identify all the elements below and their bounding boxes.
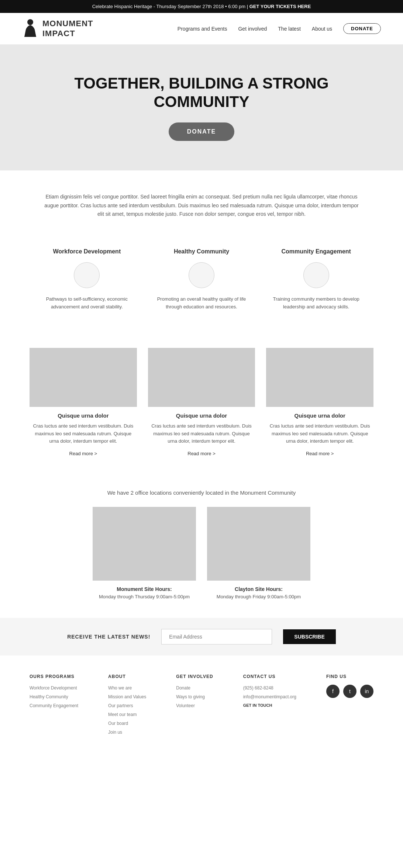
subscribe-button[interactable]: SUBSCRIBE: [283, 629, 335, 644]
social-icons: f t in: [326, 685, 373, 698]
footer: OURS PROGRAMS Workforce Development Heal…: [0, 656, 403, 749]
pillar-workforce: Workforce Development Pathways to self-s…: [30, 248, 144, 311]
pillar-title-0: Workforce Development: [37, 248, 137, 255]
intro-text: Etiam dignissim felis vel congue porttit…: [44, 193, 359, 219]
pillar-title-2: Community Engagement: [266, 248, 366, 255]
main-nav: Programs and Events Get involved The lat…: [178, 23, 381, 34]
banner-text: Celebrate Hispanic Heritage - Thursday S…: [92, 4, 249, 9]
footer-link-partners[interactable]: Our partners: [108, 702, 146, 709]
footer-email: info@monumentimpact.org: [243, 694, 296, 700]
location-image-1: [207, 507, 310, 581]
nav-donate-button[interactable]: DONATE: [343, 23, 381, 34]
location-hours-0: Monday through Thursday 9:00am-5:00pm: [93, 594, 196, 599]
intro-section: Etiam dignissim felis vel congue porttit…: [0, 170, 403, 241]
pillar-icon-0: [74, 262, 100, 288]
footer-heading-contact: CONTACT US: [243, 674, 296, 679]
twitter-icon[interactable]: t: [343, 685, 356, 698]
footer-phone: (925) 682-8248: [243, 685, 296, 691]
nav-about[interactable]: About us: [312, 26, 332, 32]
footer-link-healthy[interactable]: Healthy Community: [30, 694, 78, 700]
footer-link-join[interactable]: Join us: [108, 729, 146, 736]
news-body-0: Cras luctus ante sed interdum vestibulum…: [30, 422, 137, 445]
banner-cta[interactable]: GET YOUR TICKETS HERE: [249, 4, 311, 9]
footer-link-volunteer[interactable]: Volunteer: [176, 702, 213, 709]
news-image-0: [30, 348, 137, 407]
location-title-0: Monument Site Hours:: [93, 586, 196, 592]
newsletter-label: RECEIVE THE LATEST NEWS!: [67, 634, 150, 640]
footer-link-meet-team[interactable]: Meet our team: [108, 711, 146, 718]
logo-icon: [22, 18, 39, 39]
nav-latest[interactable]: The latest: [278, 26, 300, 32]
pillar-desc-1: Promoting an overall healthy quality of …: [152, 295, 252, 311]
footer-col-get-involved: GET INVOLVED Donate Ways to giving Volun…: [176, 674, 213, 738]
location-clayton: Clayton Site Hours: Monday through Frida…: [207, 507, 310, 599]
footer-link-workforce[interactable]: Workforce Development: [30, 685, 78, 691]
facebook-icon[interactable]: f: [326, 685, 340, 698]
pillar-desc-0: Pathways to self-sufficiency, economic a…: [37, 295, 137, 311]
locations-section: We have 2 office locations conveniently …: [0, 471, 403, 618]
locations-grid: Monument Site Hours: Monday through Thur…: [30, 507, 373, 599]
logo-text: MONUMENT IMPACT: [42, 19, 93, 38]
footer-link-ways-giving[interactable]: Ways to giving: [176, 694, 213, 700]
news-title-0: Quisque urna dolor: [30, 412, 137, 419]
news-card-0: Quisque urna dolor Cras luctus ante sed …: [30, 348, 137, 456]
footer-link-mission[interactable]: Mission and Values: [108, 694, 146, 700]
news-title-1: Quisque urna dolor: [148, 412, 255, 419]
footer-col-find-us: FIND US f t in: [326, 674, 373, 738]
pillars-section: Workforce Development Pathways to self-s…: [0, 241, 403, 333]
top-banner: Celebrate Hispanic Heritage - Thursday S…: [0, 0, 403, 13]
footer-heading-about: ABOUT: [108, 674, 146, 679]
email-input[interactable]: [161, 629, 272, 644]
pillar-icon-1: [189, 262, 214, 288]
header: MONUMENT IMPACT Programs and Events Get …: [0, 13, 403, 45]
nav-get-involved[interactable]: Get involved: [238, 26, 267, 32]
footer-heading-get-involved: GET INVOLVED: [176, 674, 213, 679]
news-title-2: Quisque urna dolor: [266, 412, 373, 419]
read-more-2[interactable]: Read more >: [266, 451, 373, 456]
footer-col-about: ABOUT Who we are Mission and Values Our …: [108, 674, 146, 738]
news-card-1: Quisque urna dolor Cras luctus ante sed …: [148, 348, 255, 456]
pillar-title-1: Healthy Community: [152, 248, 252, 255]
news-card-2: Quisque urna dolor Cras luctus ante sed …: [266, 348, 373, 456]
news-body-2: Cras luctus ante sed interdum vestibulum…: [266, 422, 373, 445]
footer-col-contact: CONTACT US (925) 682-8248 info@monumenti…: [243, 674, 296, 738]
news-image-1: [148, 348, 255, 407]
nav-programs[interactable]: Programs and Events: [178, 26, 227, 32]
footer-col-programs: OURS PROGRAMS Workforce Development Heal…: [30, 674, 78, 738]
footer-heading-find-us: FIND US: [326, 674, 373, 679]
hero-donate-button[interactable]: DONATE: [169, 122, 234, 141]
svg-point-0: [27, 19, 33, 25]
footer-link-who-we-are[interactable]: Who we are: [108, 685, 146, 691]
hero-headline: TOGETHER, BUILDING A STRONG COMMUNITY: [72, 74, 331, 111]
read-more-1[interactable]: Read more >: [148, 451, 255, 456]
location-image-0: [93, 507, 196, 581]
instagram-icon[interactable]: in: [360, 685, 373, 698]
pillar-healthy: Healthy Community Promoting an overall h…: [144, 248, 259, 311]
footer-link-board[interactable]: Our board: [108, 720, 146, 727]
news-image-2: [266, 348, 373, 407]
logo[interactable]: MONUMENT IMPACT: [22, 18, 93, 39]
footer-heading-programs: OURS PROGRAMS: [30, 674, 78, 679]
hero-section: TOGETHER, BUILDING A STRONG COMMUNITY DO…: [0, 45, 403, 170]
footer-get-in-touch[interactable]: GET IN TOUCH: [243, 702, 296, 709]
pillar-icon-2: [303, 262, 329, 288]
read-more-0[interactable]: Read more >: [30, 451, 137, 456]
locations-intro: We have 2 office locations conveniently …: [30, 490, 373, 496]
location-title-1: Clayton Site Hours:: [207, 586, 310, 592]
footer-link-community[interactable]: Community Engagement: [30, 702, 78, 709]
news-body-1: Cras luctus ante sed interdum vestibulum…: [148, 422, 255, 445]
pillar-desc-2: Training community members to develop le…: [266, 295, 366, 311]
newsletter-section: RECEIVE THE LATEST NEWS! SUBSCRIBE: [0, 618, 403, 656]
location-monument: Monument Site Hours: Monday through Thur…: [93, 507, 196, 599]
footer-link-donate[interactable]: Donate: [176, 685, 213, 691]
news-section: Quisque urna dolor Cras luctus ante sed …: [0, 333, 403, 471]
pillar-engagement: Community Engagement Training community …: [259, 248, 373, 311]
location-hours-1: Monday through Friday 9:00am-5:00pm: [207, 594, 310, 599]
